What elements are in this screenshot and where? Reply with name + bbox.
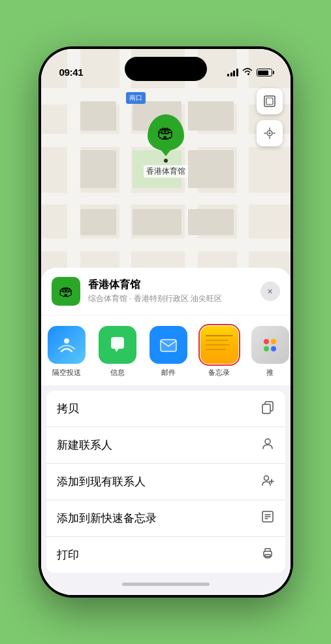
add-note-label: 添加到新快速备忘录 (57, 511, 157, 526)
stadium-pin: 🏟 香港体育馆 (144, 114, 188, 178)
map-layers-button[interactable] (257, 88, 283, 114)
status-time: 09:41 (59, 67, 84, 78)
svg-rect-9 (80, 101, 116, 131)
airdrop-icon[interactable] (48, 326, 86, 364)
pin-dot (164, 159, 168, 163)
phone-screen: 09:41 (41, 49, 291, 595)
menu-item-copy[interactable]: 拷贝 (46, 391, 285, 427)
svg-rect-15 (80, 209, 116, 235)
copy-label: 拷贝 (57, 401, 79, 416)
share-app-messages[interactable]: 信息 (92, 326, 143, 378)
menu-section: 拷贝 新建联系人 (46, 391, 285, 573)
svg-rect-16 (133, 209, 181, 235)
venue-icon: 🏟 (52, 277, 80, 306)
home-indicator (41, 573, 291, 595)
pin-label: 香港体育馆 (144, 165, 188, 178)
bottom-sheet: 🏟 香港体育馆 综合体育馆 · 香港特别行政区 油尖旺区 × (41, 268, 291, 595)
share-app-airdrop[interactable]: 隔空投送 (41, 326, 92, 378)
more-label: 推 (266, 368, 274, 378)
venue-name: 香港体育馆 (88, 278, 253, 292)
svg-point-27 (264, 476, 268, 481)
venue-emoji: 🏟 (59, 283, 73, 300)
notes-label: 备忘录 (208, 368, 230, 378)
svg-point-21 (268, 133, 270, 135)
svg-point-26 (265, 439, 270, 444)
svg-point-22 (64, 338, 69, 344)
phone-frame: 09:41 (39, 46, 293, 598)
venue-header: 🏟 香港体育馆 综合体育馆 · 香港特别行政区 油尖旺区 × (41, 268, 291, 315)
more-icon[interactable] (251, 326, 289, 364)
share-app-notes[interactable]: 备忘录 (194, 326, 245, 378)
menu-item-print[interactable]: 打印 (46, 537, 285, 573)
signal-icon (227, 69, 238, 76)
svg-rect-19 (266, 98, 273, 105)
svg-rect-17 (188, 209, 234, 235)
battery-icon (257, 69, 272, 76)
menu-item-add-existing[interactable]: 添加到现有联系人 (46, 464, 285, 500)
add-note-icon (260, 509, 275, 527)
map-controls (257, 88, 283, 146)
share-app-mail[interactable]: 邮件 (143, 326, 194, 378)
copy-icon (260, 400, 275, 417)
stadium-emoji: 🏟 (157, 123, 174, 143)
home-bar (122, 583, 210, 586)
mail-label: 邮件 (161, 368, 176, 378)
menu-item-add-note[interactable]: 添加到新快速备忘录 (46, 500, 285, 537)
mail-icon[interactable] (150, 326, 187, 364)
pin-icon: 🏟 (148, 114, 184, 151)
location-button[interactable] (257, 120, 283, 146)
print-icon (260, 546, 275, 564)
share-apps-row: 隔空投送 信息 (41, 315, 291, 385)
svg-rect-25 (262, 404, 270, 413)
venue-info: 香港体育馆 综合体育馆 · 香港特别行政区 油尖旺区 (88, 278, 253, 304)
wifi-icon (242, 67, 253, 78)
svg-rect-14 (188, 150, 234, 188)
add-existing-label: 添加到现有联系人 (57, 474, 146, 489)
new-contact-label: 新建联系人 (57, 438, 112, 453)
menu-item-new-contact[interactable]: 新建联系人 (46, 427, 285, 464)
svg-rect-12 (80, 150, 116, 188)
airdrop-label: 隔空投送 (52, 368, 81, 378)
venue-subtitle: 综合体育馆 · 香港特别行政区 油尖旺区 (88, 293, 253, 304)
svg-rect-23 (161, 340, 176, 351)
print-label: 打印 (57, 547, 79, 562)
svg-rect-11 (188, 101, 234, 131)
share-app-more[interactable]: 推 (245, 326, 291, 378)
svg-rect-18 (264, 96, 275, 106)
messages-label: 信息 (110, 368, 125, 378)
status-icons (227, 67, 272, 78)
close-button[interactable]: × (260, 282, 280, 301)
new-contact-icon (260, 436, 275, 454)
map-label: 南口 (126, 92, 146, 104)
messages-icon[interactable] (99, 326, 136, 364)
add-existing-icon (260, 473, 275, 491)
dynamic-island (125, 57, 207, 81)
